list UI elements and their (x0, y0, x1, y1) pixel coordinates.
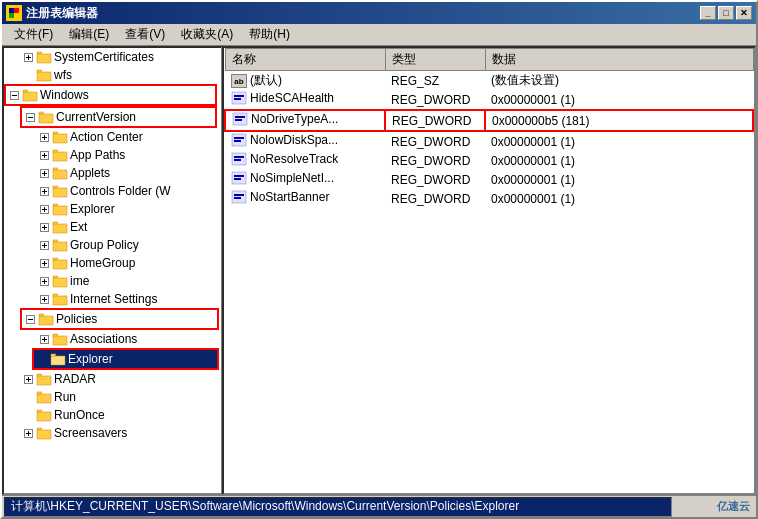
cell-type: REG_SZ (385, 71, 485, 91)
folder-icon-run (36, 390, 52, 404)
tree-node-homegroup[interactable]: HomeGroup (4, 254, 221, 272)
main-window: 注册表编辑器 _ □ ✕ 文件(F) 编辑(E) 查看(V) 收藏夹(A) 帮助… (0, 0, 758, 519)
tree-node-run[interactable]: Run (4, 388, 221, 406)
tree-toggle-ime[interactable] (36, 273, 52, 289)
tree-node-applets[interactable]: Applets (4, 164, 221, 182)
tree-toggle-ext[interactable] (36, 219, 52, 235)
tree-node-windows[interactable]: Windows (6, 86, 215, 104)
tree-node-runonce[interactable]: RunOnce (4, 406, 221, 424)
tree-label-radar: RADAR (54, 372, 96, 386)
table-row-highlighted[interactable]: NoDriveTypeA... REG_DWORD 0x000000b5 (18… (225, 110, 753, 131)
cell-data-highlighted: 0x000000b5 (181) (485, 110, 753, 131)
cell-data: 0x00000001 (1) (485, 189, 753, 208)
tree-node-associations[interactable]: Associations (4, 330, 221, 348)
svg-rect-54 (234, 95, 244, 97)
folder-icon-runonce (36, 408, 52, 422)
tree-toggle-associations[interactable] (36, 331, 52, 347)
table-row[interactable]: NoStartBanner REG_DWORD 0x00000001 (1) (225, 189, 753, 208)
tree-label-explorer-cv: Explorer (70, 202, 115, 216)
tree-node-controlsfolder[interactable]: Controls Folder (W (4, 182, 221, 200)
tree-label-grouppolicy: Group Policy (70, 238, 139, 252)
cell-data: (数值未设置) (485, 71, 753, 91)
svg-rect-67 (234, 178, 241, 180)
menu-edit[interactable]: 编辑(E) (61, 24, 117, 45)
tree-node-ime[interactable]: ime (4, 272, 221, 290)
tree-toggle-policies[interactable] (22, 311, 38, 327)
dword-icon-hidesca (231, 91, 247, 105)
folder-icon-actioncenter (52, 130, 68, 144)
svg-rect-57 (235, 116, 245, 118)
tree-toggle-internetsettings[interactable] (36, 291, 52, 307)
table-row[interactable]: NolowDiskSpa... REG_DWORD 0x00000001 (1) (225, 131, 753, 151)
menu-favorites[interactable]: 收藏夹(A) (173, 24, 241, 45)
tree-label-policies: Policies (56, 312, 97, 326)
tree-label-currentversion: CurrentVersion (56, 110, 136, 124)
window-title: 注册表编辑器 (26, 5, 98, 22)
cell-name: NoSimpleNetI... (225, 170, 385, 189)
tree-node-wfs[interactable]: wfs (4, 66, 221, 84)
folder-icon-applets (52, 166, 68, 180)
tree-toggle-systemcerts[interactable] (20, 49, 36, 65)
svg-rect-1 (9, 8, 14, 13)
tree-node-radar[interactable]: RADAR (4, 370, 221, 388)
menu-view[interactable]: 查看(V) (117, 24, 173, 45)
tree-toggle-applets[interactable] (36, 165, 52, 181)
table-row[interactable]: NoSimpleNetI... REG_DWORD 0x00000001 (1) (225, 170, 753, 189)
menu-help[interactable]: 帮助(H) (241, 24, 298, 45)
folder-icon-windows (22, 88, 38, 102)
tree-node-ext[interactable]: Ext (4, 218, 221, 236)
cell-type: REG_DWORD (385, 90, 485, 110)
tree-label-applets: Applets (70, 166, 110, 180)
svg-rect-66 (234, 175, 244, 177)
tree-toggle-actioncenter[interactable] (36, 129, 52, 145)
tree-label-runonce: RunOnce (54, 408, 105, 422)
tree-node-currentversion[interactable]: CurrentVersion (22, 108, 215, 126)
cell-type: REG_DWORD (385, 131, 485, 151)
tree-label-systemcerts: SystemCertificates (54, 50, 154, 64)
tree-node-explorer-cv[interactable]: Explorer (4, 200, 221, 218)
tree-pane[interactable]: SystemCertificates wfs (2, 46, 222, 495)
tree-node-actioncenter[interactable]: Action Center (4, 128, 221, 146)
menu-file[interactable]: 文件(F) (6, 24, 61, 45)
tree-label-internetsettings: Internet Settings (70, 292, 157, 306)
tree-node-explorer-policies[interactable]: Explorer (34, 350, 217, 368)
svg-rect-58 (235, 119, 242, 121)
col-header-type[interactable]: 类型 (385, 49, 485, 71)
detail-table: 名称 类型 数据 ab (默认) REG_SZ (224, 48, 754, 208)
folder-icon-controlsfolder (52, 184, 68, 198)
col-header-data[interactable]: 数据 (485, 49, 753, 71)
tree-toggle-homegroup[interactable] (36, 255, 52, 271)
folder-icon-wfs (36, 68, 52, 82)
tree-node-internetsettings[interactable]: Internet Settings (4, 290, 221, 308)
cell-type: REG_DWORD (385, 170, 485, 189)
detail-pane: 名称 类型 数据 ab (默认) REG_SZ (222, 46, 756, 495)
tree-node-systemcerts[interactable]: SystemCertificates (4, 48, 221, 66)
tree-label-controlsfolder: Controls Folder (W (70, 184, 171, 198)
minimize-button[interactable]: _ (700, 6, 716, 20)
tree-node-screensavers[interactable]: Screensavers (4, 424, 221, 442)
maximize-button[interactable]: □ (718, 6, 734, 20)
tree-toggle-currentversion[interactable] (22, 109, 38, 125)
cell-type: REG_DWORD (385, 189, 485, 208)
tree-node-policies[interactable]: Policies (22, 310, 217, 328)
close-button[interactable]: ✕ (736, 6, 752, 20)
cell-data: 0x00000001 (1) (485, 131, 753, 151)
tree-toggle-apppaths[interactable] (36, 147, 52, 163)
tree-label-homegroup: HomeGroup (70, 256, 135, 270)
table-row[interactable]: NoResolveTrack REG_DWORD 0x00000001 (1) (225, 151, 753, 170)
tree-label-ime: ime (70, 274, 89, 288)
tree-toggle-explorer-cv[interactable] (36, 201, 52, 217)
col-header-name[interactable]: 名称 (225, 49, 385, 71)
tree-node-apppaths[interactable]: App Paths (4, 146, 221, 164)
tree-toggle-radar[interactable] (20, 371, 36, 387)
folder-icon-currentversion (38, 110, 54, 124)
tree-toggle-windows[interactable] (6, 87, 22, 103)
tree-node-grouppolicy[interactable]: Group Policy (4, 236, 221, 254)
tree-toggle-screensavers[interactable] (20, 425, 36, 441)
tree-toggle-controlsfolder[interactable] (36, 183, 52, 199)
table-row[interactable]: ab (默认) REG_SZ (数值未设置) (225, 71, 753, 91)
tree-toggle-grouppolicy[interactable] (36, 237, 52, 253)
title-buttons: _ □ ✕ (700, 6, 752, 20)
table-row[interactable]: HideSCAHealth REG_DWORD 0x00000001 (1) (225, 90, 753, 110)
dword-icon-nostartbanner (231, 190, 247, 204)
